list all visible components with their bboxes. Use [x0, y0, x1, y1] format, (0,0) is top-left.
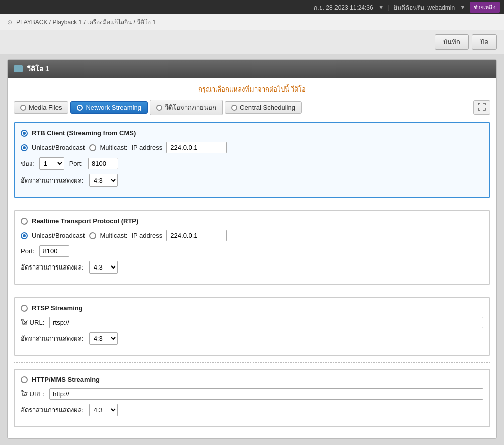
rtp-title-label: Realtime Transport Protocol (RTP)	[32, 217, 138, 225]
tab-central-scheduling[interactable]: Central Scheduling	[225, 101, 302, 114]
tab-media-label: Media Files	[29, 104, 62, 111]
rtb-multicast-label: Multicast:	[100, 144, 128, 151]
topbar-welcome: ยินดีต้อนรับ, webadmin	[394, 3, 455, 12]
rtsp-url-input[interactable]	[49, 317, 483, 328]
http-aspect-row: อัดราส่วนการแสดงผล: 4:3 16:9 Auto	[21, 404, 483, 416]
rtb-channel-row: ช่อง: 1 2 3 Port:	[21, 157, 483, 170]
rtp-ip-label: IP address	[131, 232, 162, 239]
tab-external-video[interactable]: วีดิโอจากภายนอก	[150, 100, 223, 115]
http-aspect-label: อัดราส่วนการแสดงผล:	[21, 405, 84, 415]
rtb-port-input[interactable]	[88, 158, 118, 169]
rtsp-radio[interactable]	[21, 305, 28, 312]
save-button[interactable]: บันทึก	[435, 34, 469, 50]
http-url-input[interactable]	[49, 388, 483, 400]
breadcrumb-icon: ⊙	[7, 19, 12, 26]
close-button[interactable]: ปิด	[472, 34, 497, 50]
panel-header: วีดิโอ 1	[8, 60, 496, 78]
bottom-action-bar: บันทึก ปิด	[7, 439, 497, 445]
rtp-section: Realtime Transport Protocol (RTP) Unicas…	[14, 210, 490, 285]
http-title-label: HTTP/MMS Streaming	[32, 376, 100, 383]
rtb-unicast-label: Unicast/Broadcast	[32, 144, 85, 151]
rtsp-aspect-label: อัดราส่วนการแสดงผล:	[21, 333, 84, 344]
http-aspect-select[interactable]: 4:3 16:9 Auto	[89, 404, 118, 416]
rtp-section-title: Realtime Transport Protocol (RTP)	[21, 217, 483, 225]
rtp-unicast-row: Unicast/Broadcast Multicast: IP address	[21, 230, 483, 241]
rtb-unicast-row: Unicast/Broadcast Multicast: IP address	[21, 142, 483, 153]
panel-title: วีดิโอ 1	[27, 63, 49, 74]
tab-external-radio	[156, 105, 162, 111]
rtsp-section: RTSP Streaming ใส่ URL: อัดราส่วนการแสดง…	[14, 297, 490, 356]
rtp-unicast-radio[interactable]	[21, 232, 28, 239]
rtp-radio[interactable]	[21, 218, 28, 225]
rtp-port-input[interactable]	[39, 245, 69, 257]
rtb-aspect-select[interactable]: 4:3 16:9 Auto	[89, 174, 118, 187]
rtb-section: RTB Client (Streaming from CMS) Unicast/…	[14, 122, 490, 198]
tab-external-label: วีดิโอจากภายนอก	[165, 102, 216, 113]
tab-network-label: Network Streaming	[86, 104, 141, 111]
tab-network-streaming[interactable]: Network Streaming	[70, 101, 148, 114]
rtb-channel-select[interactable]: 1 2 3	[39, 157, 64, 170]
rtb-multicast-radio[interactable]	[89, 144, 96, 151]
topbar-datetime: ก.ย. 28 2023 11:24:36	[314, 3, 373, 12]
tab-central-radio	[231, 105, 237, 111]
rtb-radio[interactable]	[21, 130, 28, 137]
rtb-unicast-radio[interactable]	[21, 144, 28, 151]
rtp-aspect-label: อัดราส่วนการแสดงผล:	[21, 262, 84, 273]
rtb-section-title: RTB Client (Streaming from CMS)	[21, 129, 483, 137]
rtb-channel-label: ช่อง:	[21, 158, 34, 169]
video-panel: วีดิโอ 1 กรุณาเลือกแหล่งที่มาจากต่อไปนี้…	[7, 59, 497, 439]
rtb-ip-input[interactable]	[166, 142, 227, 153]
rtsp-aspect-select[interactable]: 4:3 16:9 Auto	[89, 332, 118, 345]
sep-2	[14, 291, 490, 291]
rtp-aspect-select[interactable]: 4:3 16:9 Auto	[89, 261, 118, 274]
rtb-aspect-label: อัดราส่วนการแสดงผล:	[21, 175, 84, 186]
tab-media-files[interactable]: Media Files	[14, 101, 68, 114]
http-url-row: ใส่ URL:	[21, 388, 483, 400]
rtb-port-label: Port:	[69, 160, 83, 167]
topbar-time-dropdown-icon[interactable]: ▼	[378, 4, 384, 11]
panel-body: กรุณาเลือกแหล่งที่มาจากต่อไปนี้ วีดิโอ M…	[8, 78, 496, 438]
http-url-label: ใส่ URL:	[21, 389, 44, 399]
source-hint: กรุณาเลือกแหล่งที่มาจากต่อไปนี้ วีดิโอ	[14, 84, 490, 95]
http-section-title: HTTP/MMS Streaming	[21, 376, 483, 383]
sep-1	[14, 204, 490, 204]
rtsp-url-label: ใส่ URL:	[21, 317, 44, 328]
topbar-user-dropdown-icon[interactable]: ▼	[460, 4, 466, 11]
rtp-multicast-radio[interactable]	[89, 232, 96, 239]
top-action-bar: บันทึก ปิด	[0, 30, 504, 54]
rtsp-aspect-row: อัดราส่วนการแสดงผล: 4:3 16:9 Auto	[21, 332, 483, 345]
tab-central-label: Central Scheduling	[240, 104, 295, 111]
rtp-port-row: Port:	[21, 245, 483, 257]
rtb-aspect-row: อัดราส่วนการแสดงผล: 4:3 16:9 Auto	[21, 174, 483, 187]
rtb-ip-label: IP address	[131, 144, 162, 151]
breadcrumb: ⊙ PLAYBACK / Playback 1 / เครื่องมือแก้ไ…	[0, 14, 504, 30]
rtp-unicast-label: Unicast/Broadcast	[32, 232, 85, 239]
rtp-port-label: Port:	[21, 247, 34, 255]
panel-icon	[14, 65, 23, 72]
topbar: ก.ย. 28 2023 11:24:36 ▼ | ยินดีต้อนรับ, …	[0, 0, 504, 14]
rtsp-title-label: RTSP Streaming	[32, 304, 83, 312]
fullscreen-button[interactable]	[473, 100, 490, 115]
rtp-aspect-row: อัดราส่วนการแสดงผล: 4:3 16:9 Auto	[21, 261, 483, 274]
rtsp-url-row: ใส่ URL:	[21, 317, 483, 328]
breadcrumb-path: PLAYBACK / Playback 1 / เครื่องมือแก้ไสก…	[16, 17, 156, 27]
rtb-title-label: RTB Client (Streaming from CMS)	[32, 129, 136, 137]
tab-media-radio	[20, 105, 26, 111]
main-content: วีดิโอ 1 กรุณาเลือกแหล่งที่มาจากต่อไปนี้…	[0, 54, 504, 445]
rtp-multicast-label: Multicast:	[100, 232, 128, 239]
tab-network-radio	[77, 105, 83, 111]
rtsp-section-title: RTSP Streaming	[21, 304, 483, 312]
tab-bar: Media Files Network Streaming วีดิโอจากภ…	[14, 100, 490, 115]
rtp-ip-input[interactable]	[166, 230, 227, 241]
help-button[interactable]: ช่วยเหลือ	[470, 2, 500, 13]
http-section: HTTP/MMS Streaming ใส่ URL: อัดราส่วนการ…	[14, 369, 490, 427]
http-radio[interactable]	[21, 376, 28, 383]
sep-3	[14, 362, 490, 363]
